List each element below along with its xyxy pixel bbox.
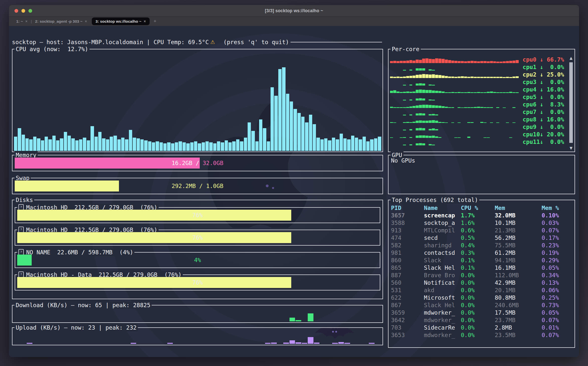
core-spark-bar (403, 107, 406, 108)
tab-3-active[interactable]: 3: socktop ws://localho ~ × (92, 17, 150, 25)
core-spark-bar (390, 91, 393, 93)
core-spark-bar (409, 144, 412, 145)
cpu-avg-bar (175, 142, 178, 151)
process-cell-mem: 80.8MB (495, 294, 542, 301)
core-spark-bar (422, 121, 425, 123)
disk-gauge: 76% (17, 277, 378, 288)
process-cell-cpu: 0.0% (461, 286, 495, 294)
core-spark-bar (396, 77, 399, 78)
core-spark-bar (429, 136, 432, 138)
download-panel-title: Download (KB/s) — now: 65 | peak: 28825 (14, 301, 152, 309)
cpu-avg-bar (52, 136, 56, 151)
tab-1-close-icon[interactable]: × (25, 19, 27, 24)
core-spark-bar (422, 59, 425, 63)
core-spark-bar (448, 107, 451, 108)
core-spark-bar (467, 92, 470, 93)
cpu-avg-bar (87, 140, 90, 151)
cpu-avg-bar (45, 137, 48, 151)
core-spark-bar (400, 77, 403, 78)
process-cell-cpu: 1.7% (461, 212, 495, 219)
cpu-avg-bar (213, 143, 216, 151)
core-spark-bar (477, 92, 480, 93)
process-cell-cpu: 1.6% (461, 219, 495, 227)
cpu-avg-panel: CPU avg (now: 12.7%) (12, 49, 383, 152)
tab-3-close-icon[interactable]: × (144, 19, 146, 24)
core-spark-bar (429, 129, 432, 130)
cpu-avg-bar (48, 139, 52, 151)
process-cell-mpct: 0.01% (542, 324, 573, 331)
core-spark-bar (487, 107, 490, 108)
process-cell-mpct: 0.29% (542, 257, 573, 264)
core-spark-bar (432, 136, 435, 138)
cpu-avg-bar (167, 142, 170, 151)
process-cell-mem: 17.5MB (495, 309, 542, 316)
core-spark-bar (458, 92, 461, 93)
scroll-down-icon[interactable]: ▼ (568, 146, 574, 150)
core-spark-bar (461, 76, 464, 78)
core-spark-bar (467, 61, 470, 63)
tab-2[interactable]: 2: socktop_agent -p 303 ~ × (32, 17, 90, 26)
cpu-avg-bar (22, 135, 25, 151)
scrollbar-thumb[interactable] (569, 62, 573, 143)
cpu-avg-bar (91, 126, 94, 151)
core-spark-bar (400, 61, 403, 63)
tab-2-close-icon[interactable]: × (85, 19, 87, 24)
zoom-window-button[interactable] (28, 9, 32, 13)
core-spark-bar (419, 90, 422, 93)
process-cell-name: Slack Hel (424, 301, 461, 309)
core-spark-bar (496, 62, 499, 63)
new-tab-button[interactable]: + (154, 19, 156, 24)
core-spark-bar (438, 75, 441, 78)
cpu-avg-bar (60, 138, 63, 151)
core-spark-bar (499, 62, 502, 63)
per-core-scrollbar[interactable]: ▲ ▼ (568, 56, 574, 150)
cpu-avg-bar (129, 130, 132, 151)
core-spark-bar (406, 122, 409, 123)
core-spark-bar (499, 92, 502, 93)
core-spark-bar (419, 143, 422, 145)
cpu-avg-bar (343, 138, 347, 151)
cpu-avg-bar (41, 140, 44, 151)
gpu-message: No GPUs (391, 157, 415, 164)
cpu-avg-bar (117, 139, 121, 151)
core-spark-bar (403, 115, 406, 115)
core-spark-bar (416, 98, 419, 100)
window-titlebar[interactable]: [3/3] socktop ws://localho ~ (9, 5, 579, 17)
core-spark-bar (499, 77, 502, 78)
core-spark-bar (422, 143, 425, 145)
swap-usage-text: 292.2MB / 1.0GB (172, 182, 223, 190)
core-spark-bar (516, 92, 519, 93)
cpu-avg-bar (378, 137, 381, 151)
process-row: 622Microsoft0.0%80.8MB0.25% (391, 294, 573, 301)
core-spark-bar (448, 60, 451, 63)
terminal-window: [3/3] socktop ws://localho ~ 1: ~ × | 2:… (9, 5, 579, 357)
core-sparkline (390, 71, 519, 78)
process-cell-cpu: 0.0% (461, 331, 495, 339)
core-spark-bar (487, 77, 490, 78)
cpu-avg-bar (309, 115, 312, 151)
upload-bar (290, 340, 295, 344)
cpu-avg-bar (267, 141, 270, 151)
core-spark-bar (490, 61, 493, 63)
cpu-avg-bar (278, 69, 282, 151)
core-spark-bar (496, 122, 499, 123)
tab-1[interactable]: 1: ~ × (13, 17, 30, 26)
cpu-avg-bar (340, 134, 343, 151)
core-spark-bar (506, 61, 509, 63)
process-cell-name: Notificat (424, 279, 461, 286)
core-spark-bar (416, 90, 419, 93)
close-window-button[interactable] (14, 9, 18, 13)
core-spark-bar (409, 85, 412, 86)
core-spark-bar (422, 90, 425, 93)
core-spark-bar (409, 114, 412, 115)
cpu-avg-bar (202, 142, 205, 151)
scroll-up-icon[interactable]: ▲ (568, 56, 574, 60)
process-row: 3657screencap1.7%32.0MB0.10% (391, 212, 573, 219)
process-cell-mem: 75.5MB (495, 242, 542, 249)
minimize-window-button[interactable] (21, 9, 25, 13)
process-cell-pid: 913 (391, 227, 424, 234)
core-spark-bar (432, 91, 435, 93)
download-bar (295, 320, 301, 321)
core-spark-bar (438, 91, 441, 93)
core-spark-bar (435, 121, 438, 123)
